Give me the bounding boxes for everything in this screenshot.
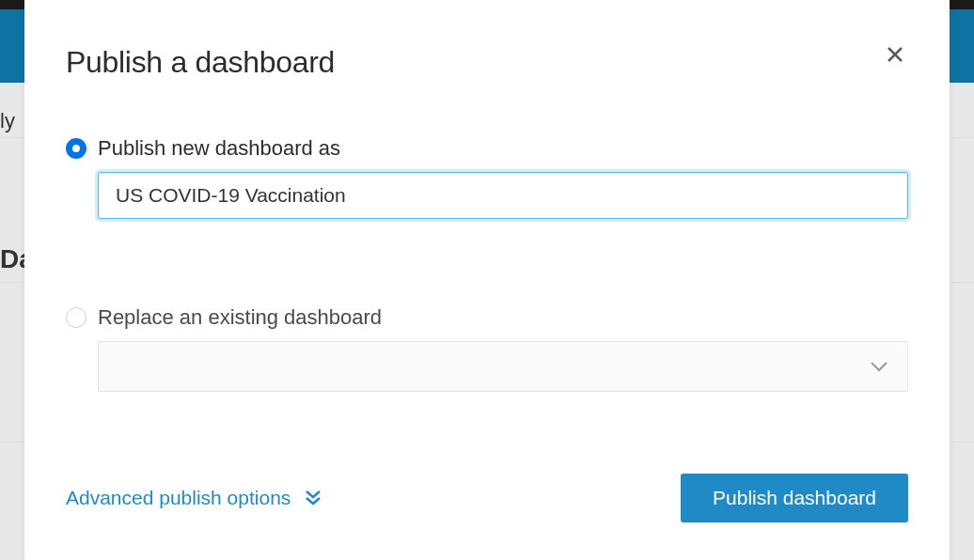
radio-label-new: Publish new dashboard as	[98, 136, 340, 161]
modal-header: Publish a dashboard	[66, 45, 908, 80]
close-icon	[887, 46, 903, 63]
dashboard-name-input[interactable]	[98, 172, 908, 219]
advanced-options-toggle[interactable]: Advanced publish options	[66, 487, 322, 509]
close-button[interactable]	[882, 41, 908, 68]
radio-label-replace: Replace an existing dashboard	[98, 305, 382, 330]
existing-dashboard-select[interactable]	[98, 341, 908, 392]
double-chevron-down-icon	[304, 489, 322, 507]
option-replace-section: Replace an existing dashboard	[66, 305, 908, 392]
chevron-down-icon	[870, 361, 888, 372]
bg-partial-text-1: ly	[0, 109, 15, 133]
option-new-section: Publish new dashboard as	[66, 136, 908, 219]
modal-footer: Advanced publish options Publish dashboa…	[66, 474, 908, 522]
radio-row-new: Publish new dashboard as	[66, 136, 908, 161]
radio-replace-dashboard[interactable]	[66, 307, 86, 328]
publish-dashboard-modal: Publish a dashboard Publish new dashboar…	[24, 0, 950, 560]
radio-new-dashboard[interactable]	[66, 138, 86, 159]
modal-title: Publish a dashboard	[66, 45, 335, 80]
advanced-options-label: Advanced publish options	[66, 487, 291, 509]
radio-row-replace: Replace an existing dashboard	[66, 305, 908, 330]
publish-button[interactable]: Publish dashboard	[681, 474, 908, 522]
